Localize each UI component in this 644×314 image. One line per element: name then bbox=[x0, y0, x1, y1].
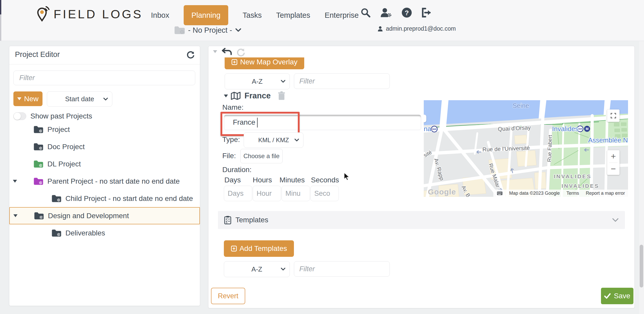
project-editor-header: Project Editor bbox=[9, 46, 200, 64]
duration-hours-input[interactable] bbox=[253, 186, 281, 201]
brand-logo[interactable]: FIELD LOGS bbox=[37, 6, 143, 22]
nav-templates[interactable]: Templates bbox=[276, 11, 310, 20]
tree-item-child-project[interactable]: Child Project - no start date no end dat… bbox=[9, 190, 200, 207]
map-fullscreen-button[interactable] bbox=[607, 109, 620, 122]
folder-gear-icon bbox=[33, 160, 43, 168]
overlay-editor-panel: New Map Overlay A-Z France Name: Ty bbox=[208, 46, 635, 308]
plus-box-icon bbox=[231, 245, 237, 252]
nav-inbox[interactable]: Inbox bbox=[151, 11, 169, 20]
tree-item-deliverables[interactable]: Deliverables bbox=[9, 224, 200, 242]
user-email: admin.preprod1@doc.com bbox=[386, 25, 456, 32]
chevron-down-icon bbox=[103, 98, 108, 101]
redo-icon[interactable] bbox=[235, 48, 245, 57]
map-attribution-bar: Map data ©2023 Google Terms Report a map… bbox=[493, 190, 628, 197]
panel-title: Project Editor bbox=[15, 50, 60, 59]
keyboard-icon[interactable] bbox=[497, 191, 503, 195]
badge-label: RER bbox=[578, 128, 582, 130]
templates-section-header[interactable]: Templates bbox=[218, 211, 625, 229]
overlay-item-france[interactable]: France bbox=[224, 90, 286, 102]
tree-item-parent-project[interactable]: Parent Project - no start date no end da… bbox=[9, 173, 200, 190]
chevron-down-icon bbox=[235, 28, 241, 32]
nav-tasks[interactable]: Tasks bbox=[243, 11, 262, 20]
help-icon[interactable]: ? bbox=[401, 7, 412, 18]
map-label: Seine bbox=[513, 102, 529, 109]
map-terms-link[interactable]: Terms bbox=[566, 191, 579, 196]
folder-gear-icon bbox=[34, 212, 44, 220]
clipboard-icon bbox=[224, 216, 231, 224]
show-past-projects-toggle[interactable] bbox=[13, 112, 26, 120]
folder-gear-icon bbox=[33, 143, 43, 151]
check-icon bbox=[604, 293, 611, 299]
fullscreen-icon bbox=[610, 113, 616, 119]
templates-sort-select[interactable]: A-Z bbox=[224, 261, 290, 277]
overlay-filter-input[interactable] bbox=[294, 73, 390, 89]
badge-label: RER bbox=[432, 128, 436, 130]
map-report-error-link[interactable]: Report a map error bbox=[586, 191, 625, 196]
caret-down-icon[interactable] bbox=[224, 95, 228, 97]
save-button[interactable]: Save bbox=[601, 288, 633, 304]
sort-by-start-date-select[interactable]: Start date bbox=[47, 91, 112, 107]
tree-item-dl-project[interactable]: DL Project bbox=[9, 155, 200, 173]
logout-icon[interactable] bbox=[421, 7, 432, 18]
map-label: Rue Fabert bbox=[546, 135, 553, 162]
window-edge-lower bbox=[0, 14, 1, 41]
nav-enterprise[interactable]: Enterprise bbox=[325, 11, 359, 20]
folder-gear-icon bbox=[174, 26, 185, 35]
collapse-caret-icon[interactable] bbox=[213, 50, 217, 53]
badge-label: M bbox=[586, 127, 589, 131]
folder-gear-icon bbox=[33, 177, 43, 185]
project-editor-panel: Project Editor New Start date Show past … bbox=[9, 46, 200, 306]
trash-icon[interactable] bbox=[277, 91, 286, 101]
duration-minutes-header: Minutes bbox=[279, 176, 305, 184]
duration-days-input[interactable] bbox=[224, 186, 252, 201]
map-preview[interactable]: RERMRER SeineQuai d'OrsayInvalidesAssemb… bbox=[424, 100, 628, 197]
caret-down-icon[interactable] bbox=[13, 214, 18, 217]
zoom-in-button[interactable]: + bbox=[607, 150, 620, 163]
add-templates-button[interactable]: Add Templates bbox=[224, 240, 294, 257]
templates-section-title: Templates bbox=[235, 216, 268, 224]
chevron-down-icon bbox=[294, 139, 299, 142]
duration-seconds-header: Seconds bbox=[311, 176, 339, 184]
editor-toolbar bbox=[208, 46, 634, 57]
templates-filter-input[interactable] bbox=[294, 261, 390, 277]
search-icon[interactable] bbox=[360, 7, 371, 18]
app: { "header": { "brand": "FIELD LOGS", "na… bbox=[0, 0, 644, 314]
caret-down-icon bbox=[17, 97, 21, 100]
show-past-projects-row: Show past Projects bbox=[13, 112, 92, 120]
tree-item-design-and-development[interactable]: Design and Development bbox=[9, 207, 200, 224]
overlay-type-select[interactable]: KML / KMZ bbox=[244, 132, 303, 148]
person-icon bbox=[377, 26, 383, 32]
duration-minutes-input[interactable] bbox=[282, 186, 310, 201]
tree-item-doc-project[interactable]: Doc Project bbox=[9, 138, 200, 155]
map-label: Assemblée Na bbox=[588, 136, 628, 144]
undo-icon[interactable] bbox=[221, 47, 233, 56]
duration-hours-header: Hours bbox=[253, 176, 272, 184]
chevron-down-icon[interactable] bbox=[612, 218, 619, 222]
zoom-out-button[interactable]: − bbox=[607, 163, 620, 175]
map-label: na bbox=[424, 125, 431, 133]
map-data-attribution: Map data ©2023 Google bbox=[509, 191, 560, 196]
toggle-label: Show past Projects bbox=[30, 112, 92, 120]
project-filter-input[interactable] bbox=[13, 71, 195, 85]
folder-gear-icon bbox=[52, 229, 61, 237]
folder-gear-icon bbox=[52, 194, 61, 202]
file-label: File: bbox=[222, 152, 236, 160]
svg-text:?: ? bbox=[405, 9, 409, 17]
tree-item-project[interactable]: Project bbox=[9, 121, 200, 138]
project-selector-label: - No Project - bbox=[188, 26, 232, 35]
project-selector[interactable]: - No Project - bbox=[174, 26, 241, 35]
duration-seconds-input[interactable] bbox=[310, 186, 339, 201]
user-settings-icon[interactable] bbox=[380, 7, 393, 18]
choose-file-button[interactable]: Choose a file bbox=[240, 149, 283, 163]
new-map-overlay-button[interactable]: New Map Overlay bbox=[225, 57, 304, 69]
refresh-icon[interactable] bbox=[186, 50, 195, 60]
overlay-sort-select[interactable]: A-Z bbox=[225, 73, 290, 89]
nav-planning[interactable]: Planning bbox=[184, 5, 228, 25]
revert-button[interactable]: Revert bbox=[211, 288, 245, 304]
new-project-button[interactable]: New bbox=[13, 91, 43, 106]
caret-down-icon[interactable] bbox=[13, 180, 17, 183]
map-label: INVALIDES bbox=[562, 183, 599, 189]
header-action-icons: ? bbox=[360, 7, 432, 18]
page-scrollbar-thumb[interactable] bbox=[640, 245, 643, 287]
user-account[interactable]: admin.preprod1@doc.com bbox=[377, 25, 456, 32]
